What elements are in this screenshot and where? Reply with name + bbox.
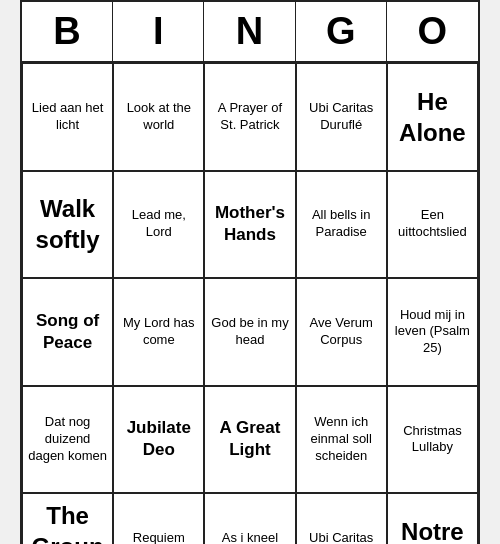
bingo-cell-4[interactable]: He Alone	[387, 63, 478, 171]
bingo-cell-8[interactable]: All bells in Paradise	[296, 171, 387, 279]
header-letter-g: G	[296, 2, 387, 61]
bingo-grid: Lied aan het lichtLook at the worldA Pra…	[22, 63, 478, 544]
bingo-cell-21[interactable]: Requiem Aeternam	[113, 493, 204, 544]
header-letter-i: I	[113, 2, 204, 61]
bingo-cell-13[interactable]: Ave Verum Corpus	[296, 278, 387, 386]
bingo-cell-19[interactable]: Christmas Lullaby	[387, 386, 478, 494]
bingo-cell-24[interactable]: Notre Pere	[387, 493, 478, 544]
header-letter-o: O	[387, 2, 478, 61]
bingo-cell-23[interactable]: Ubi Caritas Gjeilo	[296, 493, 387, 544]
bingo-cell-15[interactable]: Dat nog duizend dagen komen	[22, 386, 113, 494]
bingo-cell-11[interactable]: My Lord has come	[113, 278, 204, 386]
bingo-cell-5[interactable]: Walk softly	[22, 171, 113, 279]
bingo-cell-22[interactable]: As i kneel before you	[204, 493, 295, 544]
bingo-cell-1[interactable]: Look at the world	[113, 63, 204, 171]
bingo-cell-9[interactable]: Een uittochtslied	[387, 171, 478, 279]
bingo-cell-6[interactable]: Lead me, Lord	[113, 171, 204, 279]
bingo-cell-10[interactable]: Song of Peace	[22, 278, 113, 386]
bingo-header: BINGO	[22, 2, 478, 63]
bingo-cell-16[interactable]: Jubilate Deo	[113, 386, 204, 494]
bingo-cell-14[interactable]: Houd mij in leven (Psalm 25)	[387, 278, 478, 386]
bingo-cell-18[interactable]: Wenn ich einmal soll scheiden	[296, 386, 387, 494]
bingo-cell-17[interactable]: A Great Light	[204, 386, 295, 494]
bingo-cell-3[interactable]: Ubi Caritas Duruflé	[296, 63, 387, 171]
bingo-card: BINGO Lied aan het lichtLook at the worl…	[20, 0, 480, 544]
header-letter-n: N	[204, 2, 295, 61]
bingo-cell-20[interactable]: The Ground	[22, 493, 113, 544]
header-letter-b: B	[22, 2, 113, 61]
bingo-cell-7[interactable]: Mother's Hands	[204, 171, 295, 279]
bingo-cell-12[interactable]: God be in my head	[204, 278, 295, 386]
bingo-cell-0[interactable]: Lied aan het licht	[22, 63, 113, 171]
bingo-cell-2[interactable]: A Prayer of St. Patrick	[204, 63, 295, 171]
